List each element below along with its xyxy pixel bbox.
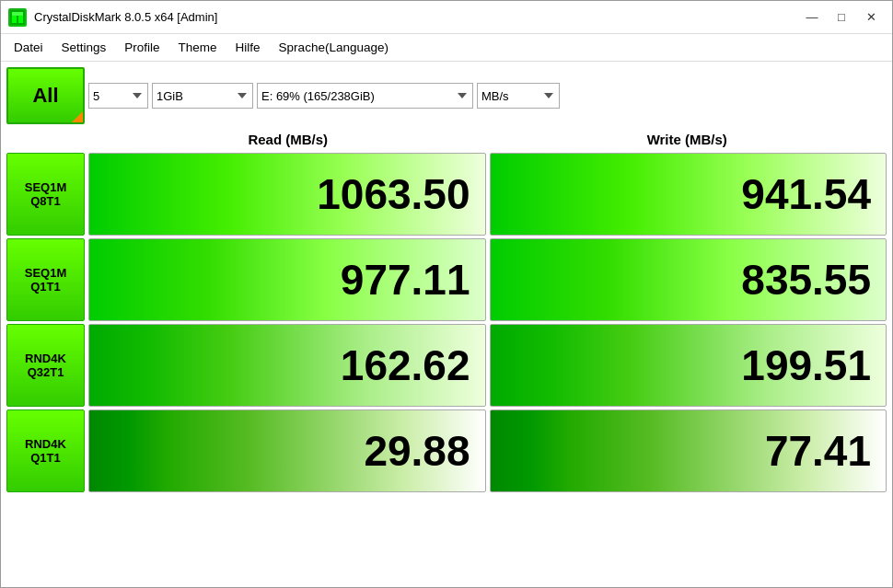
row-label-2: RND4K Q32T1 <box>6 324 85 407</box>
write-value-1: 835.55 <box>490 238 887 321</box>
row-label-1: SEQ1M Q1T1 <box>6 238 85 321</box>
table-row: SEQ1M Q1T1 977.11 835.55 <box>6 238 887 321</box>
size-select[interactable]: 1GiB 16MiB 64MiB 256MiB 4GiB <box>152 83 253 109</box>
read-value-3: 29.88 <box>88 409 486 492</box>
table-row: RND4K Q32T1 162.62 199.51 <box>6 324 887 407</box>
write-value-0: 941.54 <box>490 153 887 236</box>
all-button[interactable]: All <box>6 67 85 124</box>
window-controls: — □ ✕ <box>798 7 885 28</box>
write-value-2: 199.51 <box>490 324 887 407</box>
unit-select[interactable]: MB/s GB/s IOPS μs <box>477 83 560 109</box>
menu-language[interactable]: Sprache(Language) <box>270 37 398 58</box>
table-row: SEQ1M Q8T1 1063.50 941.54 <box>6 153 887 236</box>
menu-hilfe[interactable]: Hilfe <box>226 37 270 58</box>
read-value-0: 1063.50 <box>88 153 486 236</box>
maximize-button[interactable]: □ <box>828 7 855 28</box>
app-window: CrystalDiskMark 8.0.5 x64 [Admin] — □ ✕ … <box>0 0 893 588</box>
window-title: CrystalDiskMark 8.0.5 x64 [Admin] <box>34 10 217 24</box>
count-select[interactable]: 5 1 3 9 <box>88 83 148 109</box>
header-spacer <box>6 128 88 151</box>
minimize-button[interactable]: — <box>798 7 826 28</box>
read-value-1: 977.11 <box>88 238 486 321</box>
app-icon <box>8 8 27 27</box>
toolbar-row: All 5 1 3 9 1GiB 16MiB 64MiB 256MiB 4GiB… <box>6 67 887 124</box>
close-button[interactable]: ✕ <box>857 7 885 28</box>
read-value-2: 162.62 <box>88 324 486 407</box>
row-label-3: RND4K Q1T1 <box>6 409 85 492</box>
title-bar: CrystalDiskMark 8.0.5 x64 [Admin] — □ ✕ <box>1 1 892 34</box>
all-button-label: All <box>32 84 58 108</box>
menu-settings[interactable]: Settings <box>52 37 116 58</box>
svg-rect-3 <box>12 12 23 16</box>
table-row: RND4K Q1T1 29.88 77.41 <box>6 409 887 492</box>
row-label-0: SEQ1M Q8T1 <box>6 153 85 236</box>
menu-theme[interactable]: Theme <box>169 37 226 58</box>
write-value-3: 77.41 <box>490 409 887 492</box>
column-headers: Read (MB/s) Write (MB/s) <box>6 128 887 151</box>
menu-bar: Datei Settings Profile Theme Hilfe Sprac… <box>1 34 892 62</box>
read-header: Read (MB/s) <box>88 128 488 151</box>
menu-datei[interactable]: Datei <box>5 37 52 58</box>
main-content: All 5 1 3 9 1GiB 16MiB 64MiB 256MiB 4GiB… <box>1 62 892 587</box>
title-bar-left: CrystalDiskMark 8.0.5 x64 [Admin] <box>8 8 217 27</box>
svg-rect-2 <box>18 16 23 23</box>
write-header: Write (MB/s) <box>488 128 887 151</box>
menu-profile[interactable]: Profile <box>115 37 168 58</box>
drive-select[interactable]: E: 69% (165/238GiB) <box>257 83 473 109</box>
